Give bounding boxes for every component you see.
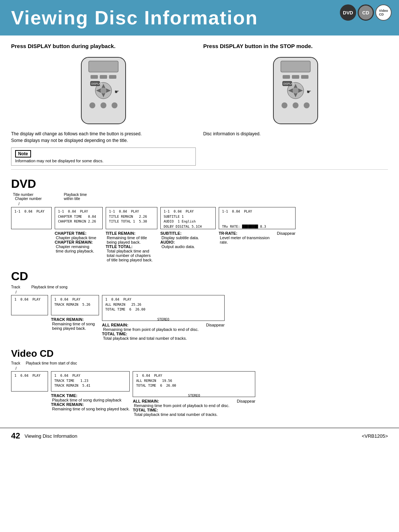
left-description1: The display will change as follows each … [11,131,196,144]
cd-screen-1-group: 1 0.04 PLAY [11,295,48,315]
vcd-screen-1-group: 1 6.04 PLAY [11,371,48,392]
svg-text:DISPLAY: DISPLAY [91,82,102,85]
svg-point-27 [293,88,299,94]
svg-rect-4 [109,75,116,79]
dvd-cap-2: CHAPTER TIME: Chapter playback time CHAP… [55,231,103,253]
svg-point-12 [100,102,106,108]
svg-rect-21 [301,75,308,79]
svg-rect-1 [89,61,118,72]
cd-disappear: Disappear [206,323,225,327]
dvd-label: DVD [11,177,388,191]
dvd-screens-row: 1-1 0.04 PLAY 1-1 0.04 PLAY CHAPTER TIME… [11,207,388,262]
footer-code: <VRB1205> [362,433,388,439]
cd-screen-3: 1 0.04 PLAY ALL REMAIN 25.26 TOTAL TIME … [102,295,225,321]
dvd-screen-4: 1-1 0.04 PLAY SUBTITLE 1 AUDIO 1 English… [160,207,216,229]
remote-left-image: ☛ DISPLAY [70,54,137,128]
svg-rect-2 [91,75,98,79]
vcd-screen-3-group: 1 6.04 PLAY ALL REMAIN 19.56 TOTAL TIME … [133,371,255,417]
cd-track-annotation: Track [11,285,20,289]
cd-annotations: Track Playback time of song [11,285,388,289]
remote-right-image: ☛ DISPLAY [262,54,329,128]
dvd-cap-3: TITLE REMAIN: Remaining time of title be… [106,231,157,262]
cd-icon: CD [358,4,374,21]
svg-rect-3 [100,75,107,79]
vcd-screen-3: 1 6.04 PLAY ALL REMAIN 19.56 TOTAL TIME … [133,371,255,397]
dvd-screen-3-group: 1-1 0.04 PLAY TITLE REMAIN 2.26 TITLE TO… [106,207,157,262]
cd-screen-2: 1 0.04 PLAY TRACK REMAIN 5.26 [51,295,99,315]
header: Viewing Disc Information DVD CD VideoCD [0,0,399,35]
intro-section: Press DISPLAY button during playback. [11,43,388,166]
svg-rect-20 [292,75,299,79]
svg-text:☛: ☛ [115,89,119,95]
svg-rect-19 [283,75,290,79]
left-col: Press DISPLAY button during playback. [11,43,196,166]
vcd-cap-3: ALL REMAIN: Remaining time from point of… [133,399,229,417]
vcd-playback-annotation: Playback time from start of disc [26,361,77,365]
vcd-section: Video CD Track Playback time from start … [11,348,388,417]
svg-point-28 [282,102,287,108]
dvd-screen-5: 1-1 0.04 PLAY TRx RATE: ████████ 8.3 [219,207,296,229]
dvd-annotation-title: Title number Chapter number [13,193,42,201]
cd-screens-row: 1 0.04 PLAY 1 0.04 PLAY TRACK REMAIN 5.2… [11,295,388,340]
dvd-screen-1-group: 1-1 0.04 PLAY [11,207,52,229]
vcd-cap-3-row: ALL REMAIN: Remaining time from point of… [133,399,255,417]
cd-screen-2-group: 1 0.04 PLAY TRACK REMAIN 5.26 TRACK REMA… [51,295,99,331]
dvd-icon: DVD [340,4,356,21]
svg-text:☛: ☛ [307,89,311,95]
dvd-screen-5-group: 1-1 0.04 PLAY TRx RATE: ████████ 8.3 TR·… [219,207,296,244]
vcd-label: Video CD [11,348,388,359]
left-section-title: Press DISPLAY button during playback. [11,43,196,49]
dvd-annotation-playback: Playback time within title [64,193,87,201]
vcd-disappear: Disappear [237,399,255,403]
svg-point-11 [89,102,95,108]
dvd-cap-5-row: TR·RATE: Level meter of transmission rat… [219,231,296,244]
page-title: Viewing Disc Information [11,7,388,29]
cd-screen-1: 1 0.04 PLAY [11,295,48,315]
dvd-screen-1: 1-1 0.04 PLAY [11,207,52,229]
dvd-cap-5: TR·RATE: Level meter of transmission rat… [219,231,270,244]
vcd-icon: VideoCD [375,4,392,21]
page-number: 42 [11,431,20,441]
note-text: Information may not be displayed for som… [15,159,192,163]
svg-point-30 [304,102,310,108]
dvd-screen-3: 1-1 0.04 PLAY TITLE REMAIN 2.26 TITLE TO… [106,207,157,229]
vcd-screen-1: 1 6.04 PLAY [11,371,48,392]
right-section-title: Press DISPLAY button in the STOP mode. [203,43,388,49]
svg-point-29 [293,102,299,108]
footer: 42 Viewing Disc Information <VRB1205> [0,428,399,444]
svg-rect-18 [281,61,310,72]
main-content: Press DISPLAY button during playback. [0,35,399,424]
right-col: Press DISPLAY button in the STOP mode. [203,43,388,166]
svg-point-13 [112,102,117,108]
dvd-cap-4: SUBTITLE: Display subtitle data. AUDIO: … [160,231,216,249]
vcd-cap-2: TRACK TIME: Playback time of song during… [51,393,130,411]
cd-cap-3-row: ALL REMAIN: Remaining time from point of… [102,323,225,340]
note-box: Note Information may not be displayed fo… [11,148,196,166]
right-description: Disc information is displayed. [203,131,388,137]
vcd-screen-2: 1 6.04 PLAY TRACK TIME 1.23 TRACK REMAIN… [51,371,130,392]
vcd-annotations: Track Playback time from start of disc [11,361,388,365]
cd-playback-annotation: Playback time of song [31,285,68,289]
dvd-slash: / [18,202,388,206]
cd-cap-2: TRACK REMAIN: Remaining time of song bei… [51,317,99,331]
vcd-screen-2-group: 1 6.04 PLAY TRACK TIME 1.23 TRACK REMAIN… [51,371,130,411]
dvd-screen-2-group: 1-1 0.04 PLAY CHAPTER TIME 0.04 CHAPTER … [55,207,103,253]
note-label: Note [15,150,31,157]
dvd-screen-2: 1-1 0.04 PLAY CHAPTER TIME 0.04 CHAPTER … [55,207,103,229]
cd-section: CD Track Playback time of song / 1 0.04 … [11,270,388,340]
dvd-section: DVD Title number Chapter number Playback… [11,177,388,262]
vcd-screens-row: 1 6.04 PLAY 1 6.04 PLAY TRACK TIME 1.23 … [11,371,388,417]
disc-icons: DVD CD VideoCD [340,4,392,21]
svg-text:DISPLAY: DISPLAY [283,82,294,85]
dvd-disappear: Disappear [277,231,296,235]
cd-cap-3: ALL REMAIN: Remaining time from point of… [102,323,199,340]
vcd-slash: / [16,366,388,370]
cd-label: CD [11,270,388,283]
cd-screen-3-group: 1 0.04 PLAY ALL REMAIN 25.26 TOTAL TIME … [102,295,225,340]
svg-point-10 [100,88,106,94]
dvd-screen-4-group: 1-1 0.04 PLAY SUBTITLE 1 AUDIO 1 English… [160,207,216,249]
footer-label: Viewing Disc Information [24,433,77,439]
cd-slash: / [16,290,388,294]
vcd-track-annotation: Track [11,361,20,365]
